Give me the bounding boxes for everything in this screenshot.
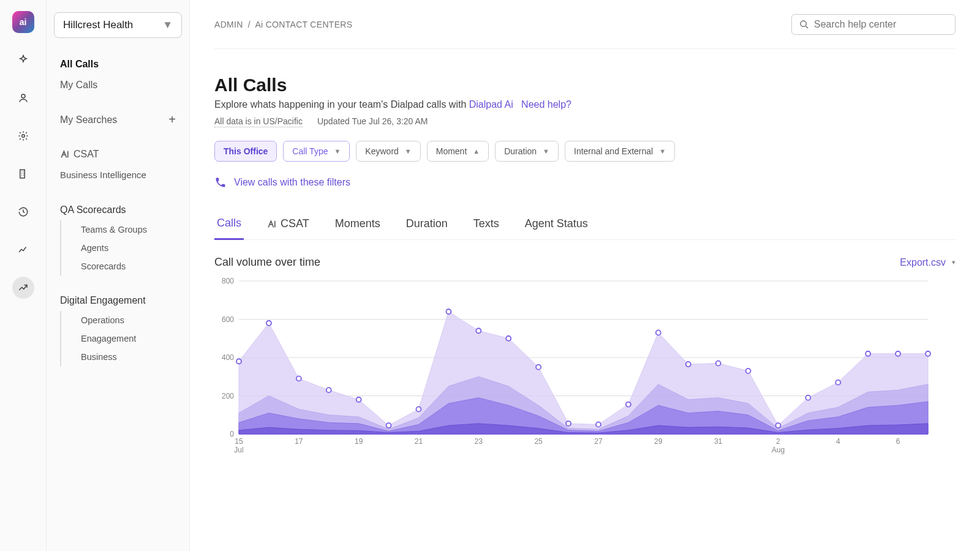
nav-de-business[interactable]: Business: [60, 348, 189, 366]
building-icon[interactable]: [12, 163, 34, 185]
filter-call-type[interactable]: Call Type▼: [283, 141, 350, 162]
nav-all-calls[interactable]: All Calls: [47, 54, 189, 75]
svg-text:Aug: Aug: [772, 446, 785, 454]
icon-rail: ai: [0, 0, 47, 551]
nav-csat[interactable]: CSAT: [47, 144, 189, 165]
page-title: All Calls: [214, 75, 956, 96]
app-logo: ai: [12, 11, 34, 33]
breadcrumb-admin[interactable]: ADMIN: [214, 20, 243, 29]
svg-point-34: [835, 380, 840, 385]
phone-icon: [214, 176, 227, 189]
svg-point-21: [446, 309, 451, 314]
svg-point-19: [386, 423, 391, 428]
svg-text:23: 23: [475, 437, 483, 446]
svg-text:4: 4: [836, 437, 840, 446]
svg-text:0: 0: [230, 430, 234, 438]
svg-point-15: [266, 321, 271, 326]
svg-point-30: [716, 361, 721, 365]
svg-point-32: [775, 423, 780, 428]
filter-scope[interactable]: Internal and External▼: [565, 141, 675, 162]
page-subtitle: Explore whats happening in your team's D…: [214, 99, 956, 110]
gear-icon[interactable]: [12, 125, 34, 147]
svg-point-0: [21, 94, 25, 98]
tab-agent-status[interactable]: Agent Status: [522, 211, 590, 239]
trend-icon[interactable]: [12, 277, 34, 299]
search-field[interactable]: [814, 19, 948, 30]
svg-point-29: [686, 362, 691, 367]
filter-office[interactable]: This Office: [214, 141, 277, 162]
nav-de-operations[interactable]: Operations: [60, 311, 189, 329]
nav-qa-teams[interactable]: Teams & Groups: [60, 220, 189, 239]
svg-rect-2: [20, 170, 24, 178]
chevron-down-icon: ▼: [659, 148, 666, 155]
tab-texts[interactable]: Texts: [471, 211, 502, 239]
svg-point-1: [21, 135, 24, 138]
svg-point-23: [506, 336, 511, 341]
svg-text:17: 17: [295, 437, 303, 446]
caret-down-icon: ▾: [952, 258, 956, 266]
svg-point-3: [801, 21, 806, 26]
svg-text:31: 31: [714, 437, 723, 446]
svg-text:600: 600: [222, 315, 234, 324]
plus-icon[interactable]: +: [168, 113, 176, 127]
search-icon: [799, 20, 809, 29]
link-need-help[interactable]: Need help?: [521, 99, 571, 110]
svg-text:27: 27: [594, 437, 603, 446]
svg-point-17: [326, 388, 331, 392]
filter-moment[interactable]: Moment▲: [427, 141, 489, 162]
svg-text:21: 21: [415, 437, 423, 446]
export-button[interactable]: Export.csv ▾: [900, 257, 956, 268]
svg-text:2: 2: [776, 437, 780, 446]
tab-calls[interactable]: Calls: [214, 211, 244, 240]
chart-line-icon[interactable]: [12, 239, 34, 261]
chevron-down-icon: ▼: [162, 19, 173, 31]
workspace-selector[interactable]: Hillcrest Health ▼: [54, 12, 182, 38]
tab-moments[interactable]: Moments: [333, 211, 383, 239]
history-icon[interactable]: [12, 201, 34, 223]
breadcrumb-section[interactable]: Ai CONTACT CENTERS: [255, 20, 352, 29]
svg-point-22: [476, 328, 481, 333]
chevron-down-icon: ▼: [334, 148, 341, 155]
sparkle-icon[interactable]: [12, 49, 34, 71]
workspace-name: Hillcrest Health: [63, 19, 133, 31]
timezone-label: All data is in US/Pacific: [214, 116, 303, 127]
view-calls-link[interactable]: View calls with these filters: [214, 176, 956, 189]
svg-point-20: [416, 407, 421, 411]
svg-point-24: [536, 365, 541, 370]
nav-qa-scorecards[interactable]: Scorecards: [60, 257, 189, 276]
tab-csat[interactable]: CSAT: [265, 211, 312, 239]
svg-point-16: [296, 376, 301, 381]
nav-de-engagement[interactable]: Enagagement: [60, 329, 189, 348]
page-meta: All data is in US/Pacific Updated Tue Ju…: [214, 116, 956, 127]
updated-label: Updated Tue Jul 26, 3:20 AM: [317, 116, 428, 127]
svg-text:200: 200: [222, 392, 234, 400]
nav-de-header[interactable]: Digital Engagement: [47, 290, 189, 311]
svg-point-33: [805, 395, 810, 400]
tabs: Calls CSAT Moments Duration Texts Agent …: [214, 211, 956, 240]
nav-qa-header[interactable]: QA Scorecards: [47, 200, 189, 220]
chart-title: Call volume over time: [214, 256, 320, 269]
tab-duration[interactable]: Duration: [404, 211, 450, 239]
svg-text:6: 6: [896, 437, 900, 446]
svg-point-28: [656, 330, 661, 335]
svg-text:29: 29: [654, 437, 663, 446]
person-icon[interactable]: [12, 87, 34, 109]
svg-point-35: [865, 351, 870, 356]
link-dialpad-ai[interactable]: Dialpad Ai: [469, 99, 513, 110]
nav-my-searches[interactable]: My Searches +: [47, 108, 189, 132]
filter-bar: This Office Call Type▼ Keyword▼ Moment▲ …: [214, 141, 956, 162]
sidebar: Hillcrest Health ▼ All Calls My Calls My…: [47, 0, 190, 551]
filter-duration[interactable]: Duration▼: [495, 141, 559, 162]
svg-text:15: 15: [235, 437, 243, 446]
main-content: ADMIN / Ai CONTACT CENTERS All Calls Exp…: [190, 0, 980, 551]
nav-my-calls[interactable]: My Calls: [47, 75, 189, 96]
filter-keyword[interactable]: Keyword▼: [356, 141, 420, 162]
nav-bi[interactable]: Business Intelligence: [47, 165, 189, 185]
search-input[interactable]: [791, 14, 956, 35]
svg-point-26: [596, 422, 601, 427]
svg-point-27: [626, 402, 631, 407]
svg-text:25: 25: [534, 437, 543, 446]
nav-qa-agents[interactable]: Agents: [60, 239, 189, 257]
svg-point-25: [566, 421, 571, 426]
svg-text:800: 800: [222, 277, 234, 285]
